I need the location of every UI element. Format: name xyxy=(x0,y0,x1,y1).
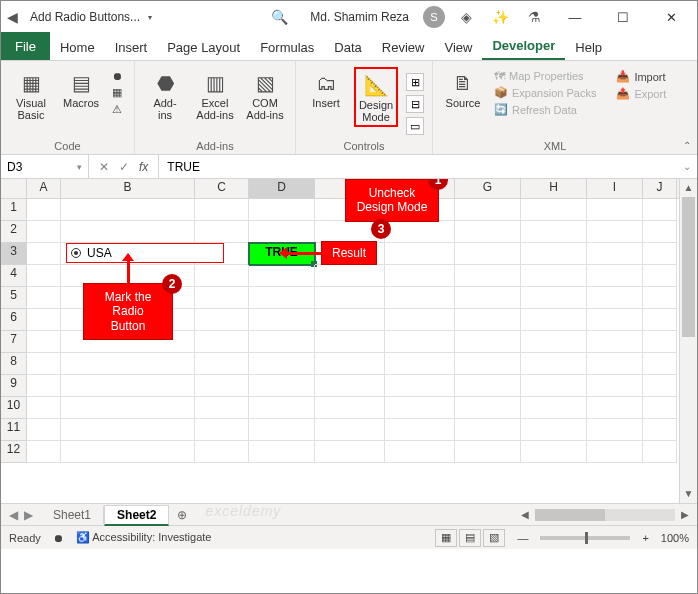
record-macro-icon[interactable]: ⏺ xyxy=(109,69,126,83)
cell-F4[interactable] xyxy=(385,265,455,287)
cell-C9[interactable] xyxy=(195,375,249,397)
cell-F3[interactable] xyxy=(385,243,455,265)
row-header-11[interactable]: 11 xyxy=(1,419,27,441)
cell-J3[interactable] xyxy=(643,243,677,265)
cell-E10[interactable] xyxy=(315,397,385,419)
cell-A7[interactable] xyxy=(27,331,61,353)
cancel-formula-icon[interactable]: ✕ xyxy=(99,160,109,174)
cell-F6[interactable] xyxy=(385,309,455,331)
accept-formula-icon[interactable]: ✓ xyxy=(119,160,129,174)
cell-D10[interactable] xyxy=(249,397,315,419)
cell-J7[interactable] xyxy=(643,331,677,353)
col-header-h[interactable]: H xyxy=(521,179,587,198)
cell-J5[interactable] xyxy=(643,287,677,309)
cell-E7[interactable] xyxy=(315,331,385,353)
cell-C1[interactable] xyxy=(195,199,249,221)
cell-F12[interactable] xyxy=(385,441,455,463)
sheet-nav-next-icon[interactable]: ▶ xyxy=(24,508,33,522)
tab-help[interactable]: Help xyxy=(565,35,612,60)
cell-B12[interactable] xyxy=(61,441,195,463)
tab-page-layout[interactable]: Page Layout xyxy=(157,35,250,60)
hscroll-right-icon[interactable]: ▶ xyxy=(677,509,693,520)
cell-J9[interactable] xyxy=(643,375,677,397)
collapse-ribbon-icon[interactable]: ⌃ xyxy=(683,140,691,151)
search-icon[interactable]: 🔍 xyxy=(271,9,288,25)
cell-C11[interactable] xyxy=(195,419,249,441)
cell-G8[interactable] xyxy=(455,353,521,375)
cell-C12[interactable] xyxy=(195,441,249,463)
view-normal-icon[interactable]: ▦ xyxy=(435,529,457,547)
cell-A10[interactable] xyxy=(27,397,61,419)
row-header-12[interactable]: 12 xyxy=(1,441,27,463)
cell-I2[interactable] xyxy=(587,221,643,243)
cell-G7[interactable] xyxy=(455,331,521,353)
scroll-up-icon[interactable]: ▲ xyxy=(680,179,697,197)
cell-E4[interactable] xyxy=(315,265,385,287)
close-button[interactable]: ✕ xyxy=(651,10,691,25)
cell-C2[interactable] xyxy=(195,221,249,243)
row-header-10[interactable]: 10 xyxy=(1,397,27,419)
import-button[interactable]: 📥 Import xyxy=(613,69,669,84)
cell-G4[interactable] xyxy=(455,265,521,287)
cell-G10[interactable] xyxy=(455,397,521,419)
cell-F8[interactable] xyxy=(385,353,455,375)
cell-J4[interactable] xyxy=(643,265,677,287)
visual-basic-button[interactable]: ▦ Visual Basic xyxy=(9,67,53,123)
cell-B11[interactable] xyxy=(61,419,195,441)
cell-G9[interactable] xyxy=(455,375,521,397)
sheet-tab-1[interactable]: Sheet1 xyxy=(41,506,104,524)
cell-J10[interactable] xyxy=(643,397,677,419)
cell-A5[interactable] xyxy=(27,287,61,309)
row-header-2[interactable]: 2 xyxy=(1,221,27,243)
cell-A8[interactable] xyxy=(27,353,61,375)
tab-review[interactable]: Review xyxy=(372,35,435,60)
zoom-in-button[interactable]: + xyxy=(642,532,648,544)
cell-C10[interactable] xyxy=(195,397,249,419)
cell-G3[interactable] xyxy=(455,243,521,265)
col-header-i[interactable]: I xyxy=(587,179,643,198)
cell-F10[interactable] xyxy=(385,397,455,419)
cell-C4[interactable] xyxy=(195,265,249,287)
minimize-button[interactable]: — xyxy=(555,10,595,25)
cell-A1[interactable] xyxy=(27,199,61,221)
view-code-icon[interactable]: ⊟ xyxy=(406,95,424,113)
cell-A9[interactable] xyxy=(27,375,61,397)
cell-B1[interactable] xyxy=(61,199,195,221)
sheet-nav-prev-icon[interactable]: ◀ xyxy=(9,508,18,522)
cell-G1[interactable] xyxy=(455,199,521,221)
cell-H10[interactable] xyxy=(521,397,587,419)
cell-F5[interactable] xyxy=(385,287,455,309)
cell-A11[interactable] xyxy=(27,419,61,441)
row-header-5[interactable]: 5 xyxy=(1,287,27,309)
cell-I3[interactable] xyxy=(587,243,643,265)
run-dialog-icon[interactable]: ▭ xyxy=(406,117,424,135)
cell-H6[interactable] xyxy=(521,309,587,331)
excel-addins-button[interactable]: ▥ Excel Add-ins xyxy=(193,67,237,123)
design-mode-button[interactable]: 📐 Design Mode xyxy=(354,67,398,127)
tab-view[interactable]: View xyxy=(434,35,482,60)
cell-E9[interactable] xyxy=(315,375,385,397)
row-header-7[interactable]: 7 xyxy=(1,331,27,353)
maximize-button[interactable]: ☐ xyxy=(603,10,643,25)
cell-D9[interactable] xyxy=(249,375,315,397)
cell-H3[interactable] xyxy=(521,243,587,265)
cell-D5[interactable] xyxy=(249,287,315,309)
cell-F9[interactable] xyxy=(385,375,455,397)
cell-I5[interactable] xyxy=(587,287,643,309)
wand-icon[interactable]: ✨ xyxy=(487,9,513,25)
cell-A6[interactable] xyxy=(27,309,61,331)
autosave-toggle-icon[interactable]: ◀ xyxy=(7,9,18,25)
cell-J1[interactable] xyxy=(643,199,677,221)
cell-H12[interactable] xyxy=(521,441,587,463)
addins-button[interactable]: ⬣ Add- ins xyxy=(143,67,187,123)
cell-D11[interactable] xyxy=(249,419,315,441)
radio-dot-icon[interactable] xyxy=(71,248,81,258)
cell-F11[interactable] xyxy=(385,419,455,441)
cell-A12[interactable] xyxy=(27,441,61,463)
insert-control-button[interactable]: 🗂 Insert xyxy=(304,67,348,111)
hscroll-left-icon[interactable]: ◀ xyxy=(517,509,533,520)
zoom-out-button[interactable]: — xyxy=(517,532,528,544)
cell-I6[interactable] xyxy=(587,309,643,331)
cell-D1[interactable] xyxy=(249,199,315,221)
cell-I4[interactable] xyxy=(587,265,643,287)
